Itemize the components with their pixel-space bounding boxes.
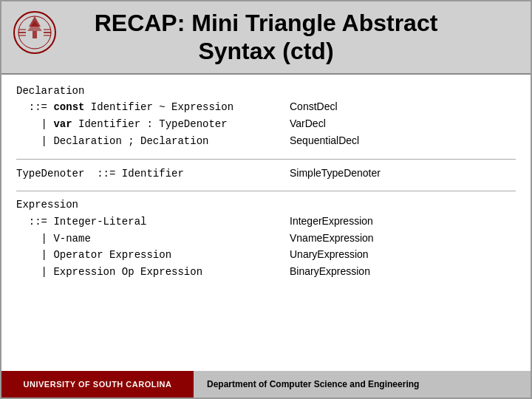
title-line2: Syntax (ctd) xyxy=(198,38,333,64)
divider-2 xyxy=(16,191,516,191)
header: RECAP: Mini Triangle Abstract Syntax (ct… xyxy=(1,1,531,75)
decl-left-2: | var Identifier : TypeDenoter xyxy=(16,117,290,133)
expression-row-3: | Operator Expression UnaryExpression xyxy=(16,247,516,264)
decl-right-1: ConstDecl xyxy=(290,99,338,115)
type-denoter-row: TypeDenoter ::= Identifier SimpleTypeDen… xyxy=(16,166,516,183)
header-title: RECAP: Mini Triangle Abstract Syntax (ct… xyxy=(95,9,438,66)
declaration-block: Declaration ::= const Identifier ~ Expre… xyxy=(16,83,516,150)
declaration-row-1: ::= const Identifier ~ Expression ConstD… xyxy=(16,99,516,116)
declaration-row-2: | var Identifier : TypeDenoter VarDecl xyxy=(16,116,516,133)
expr-right-3: UnaryExpression xyxy=(290,247,369,263)
logo xyxy=(13,10,57,55)
declaration-label: Declaration xyxy=(16,83,516,100)
expr-right-1: IntegerExpression xyxy=(290,214,373,230)
declaration-row-3: | Declaration ; Declaration SequentialDe… xyxy=(16,133,516,150)
footer: UNIVERSITY OF SOUTH CAROLINA Department … xyxy=(1,371,531,398)
decl-left-3: | Declaration ; Declaration xyxy=(16,134,290,150)
title-line1: RECAP: Mini Triangle Abstract xyxy=(95,10,438,36)
expression-row-1: ::= Integer-Literal IntegerExpression xyxy=(16,214,516,231)
divider-1 xyxy=(16,159,516,160)
expr-left-2: | V-name xyxy=(16,231,290,248)
decl-right-2: VarDecl xyxy=(290,116,326,132)
slide: RECAP: Mini Triangle Abstract Syntax (ct… xyxy=(0,0,532,399)
expr-right-4: BinaryExpression xyxy=(290,264,370,280)
svg-rect-4 xyxy=(33,31,37,38)
decl-right-3: SequentialDecl xyxy=(290,133,359,149)
expression-label: Expression xyxy=(16,197,516,214)
expression-row-4: | Expression Op Expression BinaryExpress… xyxy=(16,264,516,281)
expr-left-1: ::= Integer-Literal xyxy=(16,214,290,231)
type-denoter-block: TypeDenoter ::= Identifier SimpleTypeDen… xyxy=(16,166,516,183)
content-area: Declaration ::= const Identifier ~ Expre… xyxy=(1,75,531,371)
footer-department: Department of Computer Science and Engin… xyxy=(194,371,531,398)
footer-university: UNIVERSITY OF SOUTH CAROLINA xyxy=(1,371,194,398)
type-denoter-right: SimpleTypeDenoter xyxy=(290,166,381,182)
type-denoter-left: TypeDenoter ::= Identifier xyxy=(16,166,290,183)
decl-left-1: ::= const Identifier ~ Expression xyxy=(16,100,290,116)
expr-right-2: VnameExpression xyxy=(290,231,374,247)
expr-left-4: | Expression Op Expression xyxy=(16,265,290,281)
expression-row-2: | V-name VnameExpression xyxy=(16,231,516,248)
expression-block: Expression ::= Integer-Literal IntegerEx… xyxy=(16,197,516,280)
expr-left-3: | Operator Expression xyxy=(16,248,290,264)
